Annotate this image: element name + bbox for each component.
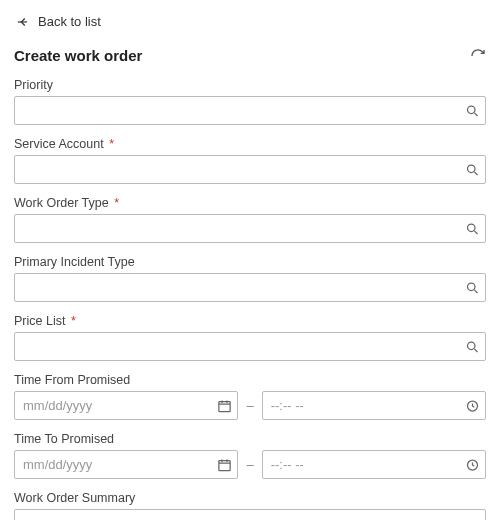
back-to-list-label: Back to list [38, 14, 101, 29]
svg-point-4 [468, 342, 476, 350]
required-mark: * [71, 314, 76, 328]
calendar-icon[interactable] [217, 398, 232, 413]
priority-label-text: Priority [14, 78, 53, 92]
summary-label-text: Work Order Summary [14, 491, 135, 505]
range-separator: – [246, 398, 253, 413]
field-price-list: Price List * [14, 314, 486, 361]
incident-type-input[interactable] [14, 273, 486, 302]
svg-point-0 [468, 106, 476, 114]
field-incident-type: Primary Incident Type [14, 255, 486, 302]
required-mark: * [114, 196, 119, 210]
calendar-icon[interactable] [217, 457, 232, 472]
priority-input[interactable] [14, 96, 486, 125]
work-order-type-label: Work Order Type * [14, 196, 486, 210]
time-from-label: Time From Promised [14, 373, 486, 387]
time-from-time-input[interactable] [262, 391, 486, 420]
page-title: Create work order [14, 47, 142, 64]
time-from-label-text: Time From Promised [14, 373, 130, 387]
clock-icon[interactable] [465, 457, 480, 472]
search-icon[interactable] [465, 221, 480, 236]
search-icon[interactable] [465, 103, 480, 118]
service-account-input[interactable] [14, 155, 486, 184]
service-account-label-text: Service Account [14, 137, 104, 151]
svg-point-3 [468, 283, 476, 291]
range-separator: – [246, 457, 253, 472]
time-to-date-input[interactable] [14, 450, 238, 479]
search-icon[interactable] [465, 280, 480, 295]
service-account-label: Service Account * [14, 137, 486, 151]
search-icon[interactable] [465, 162, 480, 177]
work-order-type-input[interactable] [14, 214, 486, 243]
required-mark: * [109, 137, 114, 151]
field-priority: Priority [14, 78, 486, 125]
priority-label: Priority [14, 78, 486, 92]
field-time-from: Time From Promised – [14, 373, 486, 420]
arrow-left-icon [16, 15, 30, 29]
back-to-list-link[interactable]: Back to list [14, 10, 486, 47]
field-service-account: Service Account * [14, 137, 486, 184]
price-list-label: Price List * [14, 314, 486, 328]
clock-icon[interactable] [465, 398, 480, 413]
price-list-input[interactable] [14, 332, 486, 361]
summary-label: Work Order Summary [14, 491, 486, 505]
field-work-order-type: Work Order Type * [14, 196, 486, 243]
field-summary: Work Order Summary [14, 491, 486, 520]
price-list-label-text: Price List [14, 314, 65, 328]
title-row: Create work order [14, 47, 486, 64]
time-to-time-input[interactable] [262, 450, 486, 479]
time-from-date-input[interactable] [14, 391, 238, 420]
incident-type-label-text: Primary Incident Type [14, 255, 135, 269]
svg-point-2 [468, 224, 476, 232]
time-to-label: Time To Promised [14, 432, 486, 446]
search-icon[interactable] [465, 339, 480, 354]
field-time-to: Time To Promised – [14, 432, 486, 479]
time-to-label-text: Time To Promised [14, 432, 114, 446]
summary-textarea[interactable] [14, 509, 486, 520]
incident-type-label: Primary Incident Type [14, 255, 486, 269]
svg-rect-7 [219, 460, 230, 470]
refresh-icon[interactable] [470, 48, 486, 64]
work-order-type-label-text: Work Order Type [14, 196, 109, 210]
svg-point-1 [468, 165, 476, 173]
svg-rect-5 [219, 401, 230, 411]
